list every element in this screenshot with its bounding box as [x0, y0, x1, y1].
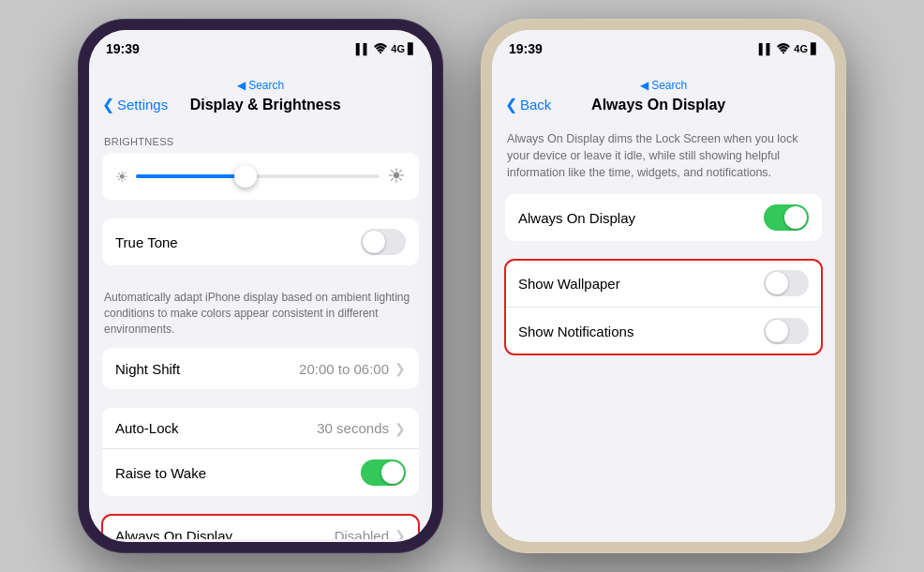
auto-lock-label: Auto-Lock	[115, 420, 317, 436]
autolock-group: Auto-Lock 30 seconds ❯ Raise to Wake	[102, 408, 419, 496]
true-tone-knob	[363, 231, 385, 253]
battery-icon-1: 4G ▋	[391, 43, 415, 55]
brightness-section-header: BRIGHTNESS	[89, 121, 432, 153]
true-tone-toggle[interactable]	[361, 229, 406, 255]
wifi-icon-1	[374, 43, 387, 55]
svg-point-1	[782, 52, 784, 53]
status-bar-1: 19:39 ▌▌ 4G ▋	[89, 30, 432, 77]
back-chevron-1: ❮	[102, 96, 114, 113]
night-shift-row[interactable]: Night Shift 20:00 to 06:00 ❯	[102, 348, 419, 389]
aod-main-label: Always On Display	[518, 210, 764, 226]
brightness-row[interactable]: ☀ ☀	[102, 153, 419, 200]
always-on-display-value: Disabled	[335, 528, 389, 539]
sun-dim-icon: ☀	[115, 168, 128, 186]
sun-bright-icon: ☀	[387, 164, 406, 188]
search-back-1[interactable]: ◀ Search	[237, 79, 284, 92]
signal-icon-2: ▌▌	[759, 43, 774, 54]
raise-to-wake-toggle[interactable]	[361, 459, 406, 486]
raise-to-wake-label: Raise to Wake	[115, 465, 361, 481]
always-on-display-chevron: ❯	[395, 528, 406, 539]
raise-to-wake-knob	[381, 461, 404, 484]
true-tone-group: True Tone	[102, 218, 419, 265]
always-on-display-label: Always On Display	[115, 528, 335, 539]
show-notifications-row[interactable]: Show Notifications	[505, 308, 822, 354]
search-back-2[interactable]: ◀ Search	[640, 79, 687, 92]
nav-title-2: Always On Display	[551, 97, 766, 113]
always-on-display-row[interactable]: Always On Display Disabled ❯	[102, 515, 419, 539]
settings-content-2: Always On Display dims the Lock Screen w…	[492, 121, 835, 539]
phone-1-screen: 19:39 ▌▌ 4G ▋ ◀ Search ❮ Settings Displa…	[89, 30, 432, 542]
settings-content-1: BRIGHTNESS ☀ ☀ True Tone	[89, 121, 432, 539]
true-tone-description: Automatically adapt iPhone display based…	[89, 284, 432, 348]
phone-2-screen: 19:39 ▌▌ 4G ▋ ◀ Search ❮ Back Always On …	[492, 30, 835, 542]
back-label-2[interactable]: Back	[520, 97, 551, 113]
aod-description-top: Always On Display dims the Lock Screen w…	[492, 121, 835, 194]
nav-title-1: Display & Brightness	[168, 97, 363, 113]
nav-bar-2: ❮ Back Always On Display	[492, 92, 835, 121]
status-icons-1: ▌▌ 4G ▋	[356, 43, 415, 55]
slider-container: ☀ ☀	[115, 164, 406, 188]
night-shift-group: Night Shift 20:00 to 06:00 ❯	[102, 348, 419, 389]
show-notifications-label: Show Notifications	[518, 324, 764, 339]
auto-lock-value: 30 seconds	[317, 420, 389, 436]
back-label-1[interactable]: Settings	[117, 97, 168, 113]
aod-main-group: Always On Display	[505, 194, 822, 241]
night-shift-chevron: ❯	[395, 361, 406, 376]
slider-thumb[interactable]	[234, 165, 257, 188]
status-time-1: 19:39	[106, 41, 140, 56]
night-shift-value: 20:00 to 06:00	[299, 361, 389, 377]
aod-main-row[interactable]: Always On Display	[505, 194, 822, 241]
brightness-group: ☀ ☀	[102, 153, 419, 200]
brightness-slider[interactable]	[136, 174, 380, 178]
nav-back-2[interactable]: ❮ Back	[505, 96, 551, 113]
aod-main-toggle[interactable]	[764, 204, 809, 231]
nav-bar-1: ❮ Settings Display & Brightness	[89, 92, 432, 121]
true-tone-label: True Tone	[115, 234, 361, 250]
svg-point-0	[380, 52, 381, 53]
status-bar-content-1: 19:39 ▌▌ 4G ▋	[106, 41, 415, 56]
search-hint-1[interactable]: ◀ Search	[89, 77, 432, 92]
show-wallpaper-row[interactable]: Show Wallpaper	[505, 260, 822, 308]
nav-back-1[interactable]: ❮ Settings	[102, 96, 168, 113]
status-bar-2: 19:39 ▌▌ 4G ▋	[492, 30, 835, 77]
always-on-display-group: Always On Display Disabled ❯	[102, 515, 419, 539]
true-tone-row[interactable]: True Tone	[102, 218, 419, 265]
search-hint-2[interactable]: ◀ Search	[492, 77, 835, 92]
status-time-2: 19:39	[509, 41, 543, 56]
night-shift-label: Night Shift	[115, 361, 299, 377]
wifi-icon-2	[777, 43, 790, 55]
status-bar-content-2: 19:39 ▌▌ 4G ▋	[509, 41, 818, 56]
show-wallpaper-toggle[interactable]	[764, 270, 809, 296]
raise-to-wake-row[interactable]: Raise to Wake	[102, 449, 419, 496]
auto-lock-chevron: ❯	[395, 421, 406, 436]
status-icons-2: ▌▌ 4G ▋	[759, 43, 818, 55]
show-notifications-knob	[766, 320, 788, 342]
phone-1: 19:39 ▌▌ 4G ▋ ◀ Search ❮ Settings Displa…	[78, 19, 443, 553]
aod-sub-group: Show Wallpaper Show Notifications	[505, 260, 822, 354]
show-notifications-toggle[interactable]	[764, 318, 809, 344]
auto-lock-row[interactable]: Auto-Lock 30 seconds ❯	[102, 408, 419, 449]
aod-main-knob	[784, 206, 807, 229]
signal-icon-1: ▌▌	[356, 43, 371, 54]
show-wallpaper-knob	[766, 272, 788, 294]
slider-fill	[136, 174, 246, 178]
back-chevron-2: ❮	[505, 96, 517, 113]
show-wallpaper-label: Show Wallpaper	[518, 276, 764, 292]
phone-2: 19:39 ▌▌ 4G ▋ ◀ Search ❮ Back Always On …	[481, 19, 846, 553]
battery-icon-2: 4G ▋	[794, 43, 818, 55]
